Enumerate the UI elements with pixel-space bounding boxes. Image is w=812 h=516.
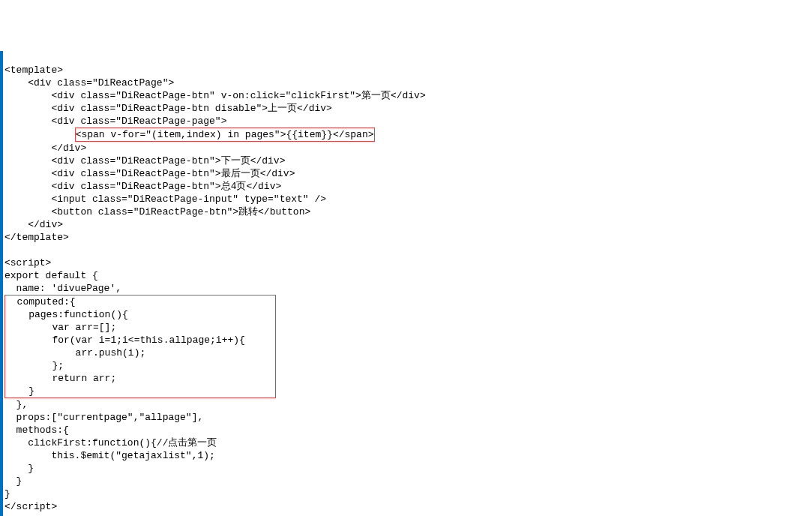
code-line: export default { <box>4 270 98 281</box>
code-line: for(var i=1;i<=this.allpage;i++){ <box>5 334 245 346</box>
code-line: } <box>5 386 34 397</box>
code-line: name: 'divuePage', <box>4 283 121 294</box>
code-line: computed:{ <box>5 296 76 308</box>
code-line: arr.push(i); <box>5 347 145 358</box>
code-line: <input class="DiReactPage-input" type="t… <box>4 194 326 205</box>
code-line: var arr=[]; <box>5 322 116 333</box>
code-line: <div class="DiReactPage-page"> <box>4 116 226 127</box>
code-line: <div class="DiReactPage-btn disable">上一页… <box>4 103 332 114</box>
code-line: } <box>4 476 22 487</box>
code-line: </script> <box>4 501 57 512</box>
code-line: }; <box>5 360 64 371</box>
code-line-indent <box>4 129 75 140</box>
code-line: </div> <box>4 219 63 230</box>
code-line: props:["currentpage","allpage"], <box>4 412 203 423</box>
code-line: <div class="DiReactPage-btn">下一页</div> <box>4 155 285 166</box>
code-line: </div> <box>4 142 86 154</box>
code-line: <div class="DiReactPage-btn">最后一页</div> <box>4 168 295 179</box>
code-line: <div class="DiReactPage-btn">总4页</div> <box>4 181 281 192</box>
code-block: <template> <div class="DiReactPage"> <di… <box>0 51 812 516</box>
code-line: <template> <box>4 64 63 76</box>
code-line: </template> <box>4 232 69 243</box>
code-line: this.$emit("getajaxlist",1); <box>4 450 215 461</box>
highlight-box-span: <span v-for="(item,index) in pages">{{it… <box>75 128 375 142</box>
code-line: }, <box>4 399 28 410</box>
code-line: clickFirst:function(){//点击第一页 <box>4 437 217 448</box>
code-line: pages:function(){ <box>5 309 128 320</box>
code-line: <div class="DiReactPage-btn" v-on:click=… <box>4 90 426 101</box>
code-line: methods:{ <box>4 424 69 436</box>
highlight-box-computed: computed:{ pages:function(){ var arr=[];… <box>4 295 276 398</box>
code-line: <button class="DiReactPage-btn">跳转</butt… <box>4 206 310 218</box>
code-line: } <box>4 488 10 500</box>
code-line: } <box>4 463 34 474</box>
code-line: <div class="DiReactPage"> <box>4 77 174 88</box>
code-line: <script> <box>4 257 51 268</box>
code-line: return arr; <box>5 373 116 384</box>
